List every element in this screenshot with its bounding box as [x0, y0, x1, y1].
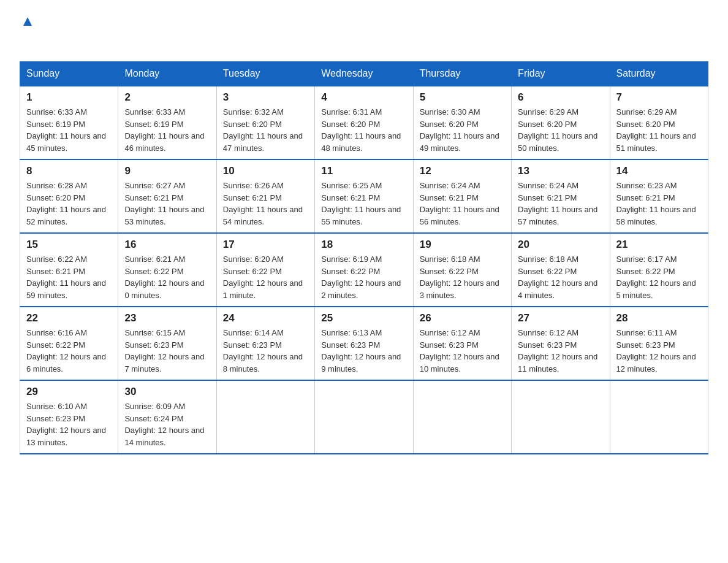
calendar-table: SundayMondayTuesdayWednesdayThursdayFrid…: [20, 61, 708, 454]
day-number: 19: [420, 239, 505, 251]
day-info: Sunrise: 6:24 AMSunset: 6:21 PMDaylight:…: [420, 180, 505, 228]
day-info: Sunrise: 6:33 AMSunset: 6:19 PMDaylight:…: [26, 106, 112, 154]
calendar-cell: 17Sunrise: 6:20 AMSunset: 6:22 PMDayligh…: [216, 233, 314, 307]
day-number: 8: [26, 165, 112, 177]
weekday-header-wednesday: Wednesday: [315, 62, 413, 86]
day-number: 25: [321, 312, 406, 324]
day-info: Sunrise: 6:20 AMSunset: 6:22 PMDaylight:…: [223, 253, 308, 301]
day-number: 2: [124, 91, 210, 104]
day-number: 17: [223, 239, 308, 251]
day-info: Sunrise: 6:25 AMSunset: 6:21 PMDaylight:…: [321, 180, 406, 228]
calendar-cell: 11Sunrise: 6:25 AMSunset: 6:21 PMDayligh…: [315, 159, 413, 233]
day-info: Sunrise: 6:33 AMSunset: 6:19 PMDaylight:…: [124, 106, 210, 154]
calendar-cell: 5Sunrise: 6:30 AMSunset: 6:20 PMDaylight…: [413, 86, 511, 159]
day-number: 9: [124, 165, 210, 177]
day-number: 18: [321, 239, 406, 251]
calendar-cell: 24Sunrise: 6:14 AMSunset: 6:23 PMDayligh…: [216, 307, 314, 380]
day-info: Sunrise: 6:32 AMSunset: 6:20 PMDaylight:…: [223, 106, 308, 154]
calendar-week-row: 15Sunrise: 6:22 AMSunset: 6:21 PMDayligh…: [20, 233, 708, 307]
calendar-week-row: 29Sunrise: 6:10 AMSunset: 6:23 PMDayligh…: [20, 380, 708, 454]
calendar-cell: 18Sunrise: 6:19 AMSunset: 6:22 PMDayligh…: [315, 233, 413, 307]
calendar-week-row: 8Sunrise: 6:28 AMSunset: 6:20 PMDaylight…: [20, 159, 708, 233]
day-info: Sunrise: 6:28 AMSunset: 6:20 PMDaylight:…: [26, 180, 112, 228]
page-header: [20, 15, 708, 49]
calendar-cell: 22Sunrise: 6:16 AMSunset: 6:22 PMDayligh…: [20, 307, 118, 380]
logo-triangle-icon: [21, 15, 34, 28]
day-info: Sunrise: 6:21 AMSunset: 6:22 PMDaylight:…: [124, 253, 210, 301]
weekday-header-saturday: Saturday: [610, 62, 708, 86]
calendar-cell: [315, 380, 413, 454]
calendar-cell: [610, 380, 708, 454]
calendar-cell: 16Sunrise: 6:21 AMSunset: 6:22 PMDayligh…: [118, 233, 216, 307]
day-info: Sunrise: 6:30 AMSunset: 6:20 PMDaylight:…: [420, 106, 505, 154]
day-number: 10: [223, 165, 308, 177]
day-info: Sunrise: 6:19 AMSunset: 6:22 PMDaylight:…: [321, 253, 406, 301]
day-info: Sunrise: 6:14 AMSunset: 6:23 PMDaylight:…: [223, 327, 308, 375]
calendar-week-row: 1Sunrise: 6:33 AMSunset: 6:19 PMDaylight…: [20, 86, 708, 159]
day-number: 14: [616, 165, 702, 177]
day-number: 15: [26, 239, 112, 251]
calendar-cell: 2Sunrise: 6:33 AMSunset: 6:19 PMDaylight…: [118, 86, 216, 159]
day-info: Sunrise: 6:18 AMSunset: 6:22 PMDaylight:…: [420, 253, 505, 301]
day-info: Sunrise: 6:29 AMSunset: 6:20 PMDaylight:…: [518, 106, 603, 154]
day-number: 16: [124, 239, 210, 251]
day-number: 20: [518, 239, 603, 251]
day-number: 1: [26, 91, 112, 104]
calendar-cell: 12Sunrise: 6:24 AMSunset: 6:21 PMDayligh…: [413, 159, 511, 233]
day-number: 26: [420, 312, 505, 324]
day-number: 27: [518, 312, 603, 324]
day-number: 29: [26, 386, 112, 398]
day-info: Sunrise: 6:11 AMSunset: 6:23 PMDaylight:…: [616, 327, 702, 375]
calendar-cell: 9Sunrise: 6:27 AMSunset: 6:21 PMDaylight…: [118, 159, 216, 233]
day-number: 22: [26, 312, 112, 324]
calendar-cell: 26Sunrise: 6:12 AMSunset: 6:23 PMDayligh…: [413, 307, 511, 380]
weekday-header-tuesday: Tuesday: [216, 62, 314, 86]
day-info: Sunrise: 6:24 AMSunset: 6:21 PMDaylight:…: [518, 180, 603, 228]
calendar-cell: 21Sunrise: 6:17 AMSunset: 6:22 PMDayligh…: [610, 233, 708, 307]
calendar-week-row: 22Sunrise: 6:16 AMSunset: 6:22 PMDayligh…: [20, 307, 708, 380]
day-info: Sunrise: 6:16 AMSunset: 6:22 PMDaylight:…: [26, 327, 112, 375]
day-info: Sunrise: 6:17 AMSunset: 6:22 PMDaylight:…: [616, 253, 702, 301]
calendar-cell: 13Sunrise: 6:24 AMSunset: 6:21 PMDayligh…: [512, 159, 610, 233]
calendar-cell: 6Sunrise: 6:29 AMSunset: 6:20 PMDaylight…: [512, 86, 610, 159]
calendar-cell: 25Sunrise: 6:13 AMSunset: 6:23 PMDayligh…: [315, 307, 413, 380]
calendar-cell: 19Sunrise: 6:18 AMSunset: 6:22 PMDayligh…: [413, 233, 511, 307]
day-info: Sunrise: 6:10 AMSunset: 6:23 PMDaylight:…: [26, 400, 112, 448]
calendar-cell: 15Sunrise: 6:22 AMSunset: 6:21 PMDayligh…: [20, 233, 118, 307]
day-info: Sunrise: 6:23 AMSunset: 6:21 PMDaylight:…: [616, 180, 702, 228]
day-number: 5: [420, 91, 505, 104]
day-info: Sunrise: 6:15 AMSunset: 6:23 PMDaylight:…: [124, 327, 210, 375]
day-info: Sunrise: 6:12 AMSunset: 6:23 PMDaylight:…: [518, 327, 603, 375]
day-number: 21: [616, 239, 702, 251]
calendar-cell: 20Sunrise: 6:18 AMSunset: 6:22 PMDayligh…: [512, 233, 610, 307]
day-number: 23: [124, 312, 210, 324]
day-info: Sunrise: 6:18 AMSunset: 6:22 PMDaylight:…: [518, 253, 603, 301]
day-info: Sunrise: 6:12 AMSunset: 6:23 PMDaylight:…: [420, 327, 505, 375]
logo: [20, 15, 34, 49]
calendar-cell: 1Sunrise: 6:33 AMSunset: 6:19 PMDaylight…: [20, 86, 118, 159]
calendar-cell: 28Sunrise: 6:11 AMSunset: 6:23 PMDayligh…: [610, 307, 708, 380]
day-number: 28: [616, 312, 702, 324]
weekday-header-sunday: Sunday: [20, 62, 118, 86]
day-info: Sunrise: 6:27 AMSunset: 6:21 PMDaylight:…: [124, 180, 210, 228]
calendar-cell: 10Sunrise: 6:26 AMSunset: 6:21 PMDayligh…: [216, 159, 314, 233]
day-info: Sunrise: 6:22 AMSunset: 6:21 PMDaylight:…: [26, 253, 112, 301]
calendar-cell: 3Sunrise: 6:32 AMSunset: 6:20 PMDaylight…: [216, 86, 314, 159]
calendar-header-row: SundayMondayTuesdayWednesdayThursdayFrid…: [20, 62, 708, 86]
calendar-cell: [216, 380, 314, 454]
day-number: 24: [223, 312, 308, 324]
day-number: 4: [321, 91, 406, 104]
calendar-cell: 23Sunrise: 6:15 AMSunset: 6:23 PMDayligh…: [118, 307, 216, 380]
calendar-cell: 4Sunrise: 6:31 AMSunset: 6:20 PMDaylight…: [315, 86, 413, 159]
day-number: 3: [223, 91, 308, 104]
day-info: Sunrise: 6:29 AMSunset: 6:20 PMDaylight:…: [616, 106, 702, 154]
svg-marker-0: [23, 17, 32, 26]
weekday-header-thursday: Thursday: [413, 62, 511, 86]
day-number: 11: [321, 165, 406, 177]
day-number: 6: [518, 91, 603, 104]
weekday-header-friday: Friday: [512, 62, 610, 86]
calendar-cell: 27Sunrise: 6:12 AMSunset: 6:23 PMDayligh…: [512, 307, 610, 380]
weekday-header-monday: Monday: [118, 62, 216, 86]
calendar-cell: 30Sunrise: 6:09 AMSunset: 6:24 PMDayligh…: [118, 380, 216, 454]
calendar-cell: 8Sunrise: 6:28 AMSunset: 6:20 PMDaylight…: [20, 159, 118, 233]
